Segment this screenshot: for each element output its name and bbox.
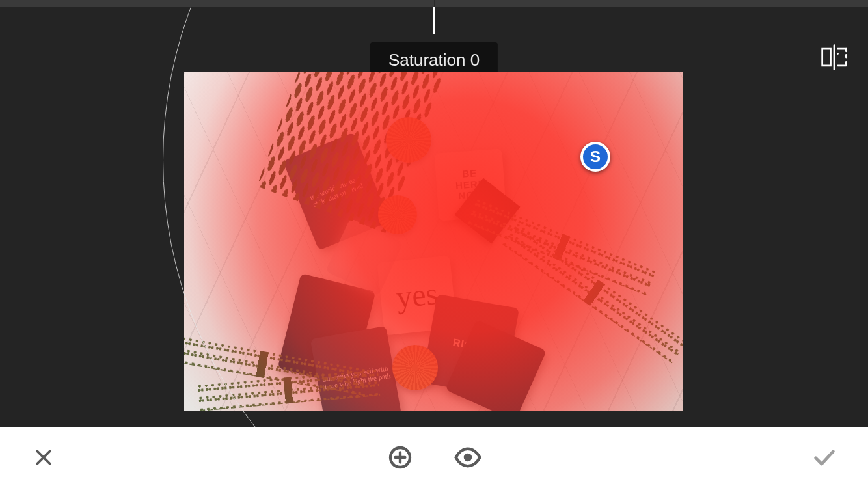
- photo-flower: [378, 195, 417, 234]
- card-text: yes: [395, 281, 439, 310]
- close-icon: [33, 446, 55, 468]
- plus-circle-icon: [387, 444, 413, 470]
- add-point-button[interactable]: [386, 443, 414, 472]
- toggle-mask-button[interactable]: [454, 443, 482, 472]
- eye-icon: [454, 443, 482, 472]
- check-icon: [811, 444, 837, 470]
- toolbar-center-group: [386, 443, 482, 472]
- apply-button[interactable]: [810, 443, 839, 472]
- selective-point-letter: S: [590, 148, 601, 166]
- bottom-toolbar: [0, 427, 868, 488]
- adjustment-label: Saturation 0: [388, 50, 480, 70]
- photo-flower: [392, 345, 438, 390]
- cancel-button[interactable]: [29, 443, 58, 472]
- editor-area[interactable]: Saturation 0 the world will be a child t…: [0, 7, 868, 427]
- compare-button[interactable]: [820, 43, 848, 72]
- photo-flower: [386, 117, 431, 163]
- slider-track[interactable]: [0, 0, 868, 7]
- svg-point-8: [464, 454, 472, 461]
- slider-center-tick: [433, 7, 435, 34]
- compare-icon: [820, 43, 848, 72]
- image-canvas[interactable]: the world will be a child that survived …: [184, 72, 683, 411]
- selective-control-point[interactable]: S: [580, 142, 610, 172]
